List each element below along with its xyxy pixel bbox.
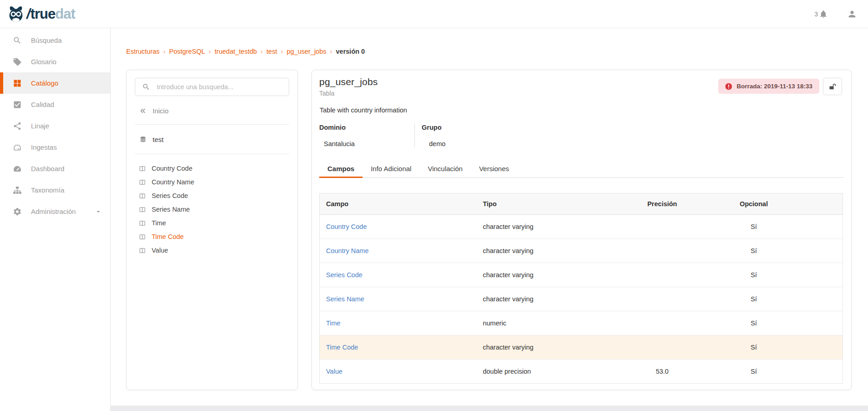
group-label: Grupo bbox=[422, 124, 445, 131]
cell-campo: Country Code bbox=[320, 215, 477, 239]
field-link[interactable]: Series Name bbox=[326, 295, 364, 303]
drive-icon bbox=[13, 143, 22, 152]
cell-campo: Time bbox=[320, 311, 477, 335]
sidebar-item-label: Glosario bbox=[31, 58, 56, 66]
breadcrumb-link-postgresql[interactable]: PostgreSQL bbox=[169, 48, 205, 55]
sidebar-item-glosario[interactable]: Glosario bbox=[0, 51, 110, 72]
sidebar-item-administracion[interactable]: Administración bbox=[0, 201, 110, 222]
sidebar-item-label: Calidad bbox=[31, 101, 54, 108]
tree-item-value[interactable]: Value bbox=[127, 244, 297, 257]
logo-slash: / bbox=[26, 6, 30, 22]
cell-spacer bbox=[806, 360, 842, 384]
page: { "topbar": { "logo_slash": "/", "logo_b… bbox=[0, 0, 868, 411]
field-tree: Country Code Country Name Series Code Se… bbox=[127, 162, 297, 257]
double-chevron-left-icon bbox=[139, 107, 147, 115]
table-row-value: Value double precision 53.0 Sí bbox=[320, 360, 843, 384]
field-link[interactable]: Country Code bbox=[326, 223, 367, 230]
sidebar-item-linaje[interactable]: Linaje bbox=[0, 115, 110, 137]
sidebar-item-taxonomia[interactable]: Taxonomía bbox=[0, 179, 110, 201]
cell-precision bbox=[623, 239, 701, 263]
explorer-panel: Inicio test Country Code Country Name Se… bbox=[126, 70, 298, 390]
columns-icon bbox=[139, 233, 146, 240]
lock-button[interactable] bbox=[823, 78, 842, 95]
breadcrumb-link-estructuras[interactable]: Estructuras bbox=[126, 48, 159, 55]
field-link[interactable]: Time bbox=[326, 320, 341, 327]
grid-icon bbox=[13, 79, 22, 88]
fields-table: CampoTipoPrecisiónOpcional Country Code … bbox=[319, 193, 843, 384]
table-row-series-name: Series Name character varying Sí bbox=[320, 287, 843, 311]
structure-meta: Dominio Santalucia Grupo demo bbox=[319, 124, 445, 147]
tab-bar: CamposInfo AdicionalVinculaciónVersiones bbox=[319, 161, 844, 178]
tree-item-label: Series Name bbox=[152, 206, 190, 213]
cell-tipo: character varying bbox=[476, 287, 623, 311]
content-area: Estructuras ›PostgreSQL ›truedat_testdb … bbox=[111, 28, 868, 411]
structure-panel: pg_user_jobs Tabla Borrada: 2019-11-13 1… bbox=[311, 70, 852, 390]
columns-icon bbox=[139, 206, 146, 213]
sidebar: Búsqueda Glosario Catálogo Calidad Linaj… bbox=[0, 28, 111, 411]
user-icon[interactable] bbox=[847, 9, 857, 19]
divider bbox=[135, 124, 289, 125]
logo-text: /truedat bbox=[26, 7, 75, 21]
warning-icon bbox=[725, 83, 732, 90]
tree-root-label: test bbox=[153, 136, 163, 143]
structure-header: pg_user_jobs Tabla bbox=[319, 76, 378, 97]
tree-item-label: Value bbox=[152, 247, 168, 254]
sidebar-item-calidad[interactable]: Calidad bbox=[0, 94, 110, 115]
domain-block: Dominio Santalucia bbox=[319, 124, 414, 147]
tree-item-country-code[interactable]: Country Code bbox=[127, 162, 297, 175]
cell-spacer bbox=[806, 311, 842, 335]
group-value: demo bbox=[422, 140, 445, 147]
tab-vinculacion[interactable]: Vinculación bbox=[419, 161, 470, 177]
table-row-time-code: Time Code character varying Sí bbox=[320, 335, 843, 360]
cell-tipo: numeric bbox=[476, 311, 623, 335]
tab-versiones[interactable]: Versiones bbox=[471, 161, 517, 177]
topbar: /truedat 3 bbox=[0, 0, 868, 28]
search-input[interactable] bbox=[150, 83, 289, 91]
cell-opcional: Sí bbox=[701, 215, 806, 239]
breadcrumb-link-pg-user-jobs[interactable]: pg_user_jobs bbox=[286, 48, 326, 55]
columns-icon bbox=[139, 179, 146, 186]
field-link[interactable]: Time Code bbox=[326, 344, 358, 351]
owl-logo-icon bbox=[6, 5, 26, 24]
columns-icon bbox=[139, 247, 146, 254]
column-header-precision: Precisión bbox=[623, 193, 701, 215]
field-link[interactable]: Value bbox=[326, 368, 342, 375]
breadcrumb-separator: › bbox=[159, 47, 169, 55]
field-link[interactable]: Country Name bbox=[326, 247, 368, 254]
tab-info-adicional[interactable]: Info Adicional bbox=[363, 161, 419, 177]
cell-tipo: double precision bbox=[476, 360, 623, 384]
tree-item-time[interactable]: Time bbox=[127, 216, 297, 230]
cell-opcional: Sí bbox=[701, 311, 806, 335]
table-row-time: Time numeric Sí bbox=[320, 311, 843, 335]
sidebar-item-dashboard[interactable]: Dashboard bbox=[0, 158, 110, 179]
tags-icon bbox=[13, 57, 22, 66]
table-body: Country Code character varying Sí Countr… bbox=[320, 215, 843, 384]
page-title: pg_user_jobs bbox=[319, 76, 378, 87]
breadcrumb-link-truedat-testdb[interactable]: truedat_testdb bbox=[214, 48, 257, 55]
back-to-home[interactable]: Inicio bbox=[127, 103, 297, 118]
share-icon bbox=[13, 122, 22, 131]
tree-item-label: Series Code bbox=[152, 192, 188, 199]
sidebar-nav: Búsqueda Glosario Catálogo Calidad Linaj… bbox=[0, 28, 110, 222]
search-icon bbox=[13, 36, 22, 45]
cell-spacer bbox=[806, 287, 842, 311]
tree-item-time-code[interactable]: Time Code bbox=[127, 230, 297, 244]
cell-precision: 53.0 bbox=[623, 360, 701, 384]
explorer-search bbox=[135, 78, 289, 96]
table-row-country-code: Country Code character varying Sí bbox=[320, 215, 843, 239]
column-header-tipo: Tipo bbox=[476, 193, 623, 215]
logo[interactable]: /truedat bbox=[6, 4, 75, 24]
notifications-button[interactable]: 3 bbox=[814, 10, 828, 19]
sidebar-item-label: Linaje bbox=[31, 122, 49, 130]
sidebar-item-ingestas[interactable]: Ingestas bbox=[0, 137, 110, 158]
tree-item-series-name[interactable]: Series Name bbox=[127, 203, 297, 216]
tree-root-test[interactable]: test bbox=[127, 132, 297, 147]
sidebar-item-busqueda[interactable]: Búsqueda bbox=[0, 30, 110, 51]
tab-campos[interactable]: Campos bbox=[319, 161, 363, 177]
field-link[interactable]: Series Code bbox=[326, 271, 363, 279]
sidebar-item-catalogo[interactable]: Catálogo bbox=[0, 72, 110, 94]
breadcrumb-link-test[interactable]: test bbox=[266, 48, 277, 55]
domain-value: Santalucia bbox=[319, 140, 414, 147]
tree-item-country-name[interactable]: Country Name bbox=[127, 175, 297, 189]
tree-item-series-code[interactable]: Series Code bbox=[127, 189, 297, 203]
